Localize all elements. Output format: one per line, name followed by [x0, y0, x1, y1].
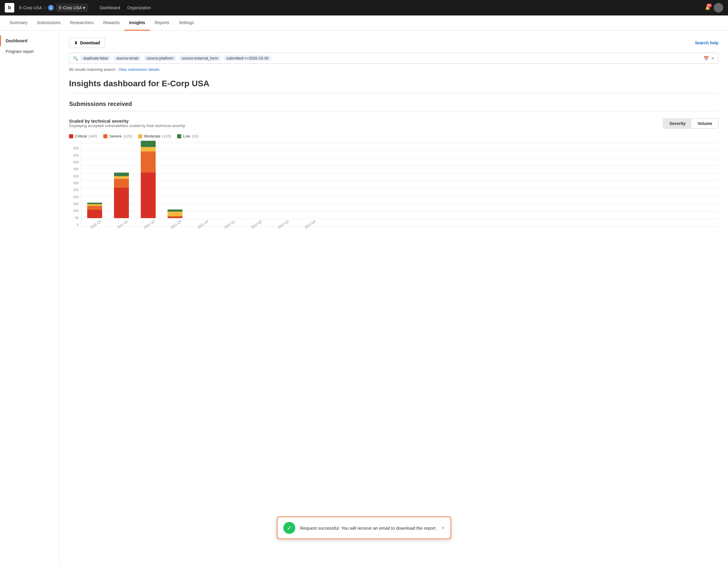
toast-message: Request successful. You will receive an … [300, 526, 437, 531]
subnav: Summary Submissions Researchers Rewards … [0, 15, 728, 31]
search-tag-source-email[interactable]: source:email [113, 55, 141, 61]
notifications-bell[interactable]: 🔔 57 [705, 5, 710, 10]
y-label-100: 100 [69, 206, 79, 212]
legend-low: Low (x5) [177, 134, 199, 138]
submissions-divider [69, 111, 718, 111]
bar-x-label-3: 2021 Q3 [170, 219, 182, 229]
bar-x-label-4: 2021 Q4 [197, 219, 209, 229]
search-bar: 🔍 duplicate:false source:email source:pl… [69, 53, 718, 64]
bar-group-6: 2022 Q2 [248, 218, 263, 226]
y-axis: 0 50 100 150 200 250 300 350 400 450 500… [69, 143, 81, 226]
bar-chart: 0 50 100 150 200 250 300 350 400 450 500… [69, 143, 718, 226]
bar-stack-1 [114, 173, 129, 218]
y-label-550: 550 [69, 143, 79, 150]
app-logo[interactable]: b [5, 3, 14, 12]
bar-critical-0 [87, 210, 102, 218]
topbar: b E-Corp USA / E E-Corp USA ▾ Dashboard … [0, 0, 728, 15]
bar-severe-1 [114, 179, 129, 188]
subnav-item-insights[interactable]: Insights [124, 15, 150, 31]
toast-close-button[interactable]: × [441, 525, 445, 531]
bars-container: 2020 Q42021 Q12021 Q22021 Q32021 Q42022 … [81, 143, 718, 226]
bar-group-7: 2022 Q3 [275, 218, 290, 226]
bar-stack-3 [168, 209, 182, 218]
bar-moderate-1 [114, 176, 129, 179]
page-title: Insights dashboard for E-Corp USA [69, 79, 718, 88]
bar-stack-2 [141, 141, 156, 218]
bar-group-0: 2020 Q4 [87, 203, 102, 226]
y-label-450: 450 [69, 157, 79, 164]
y-label-50: 50 [69, 212, 79, 219]
view-submission-details-link[interactable]: View submission details [118, 67, 160, 72]
bar-x-label-1: 2021 Q1 [116, 219, 129, 229]
legend-critical-multiplier: (x40) [89, 134, 98, 138]
results-line: 86 results matching search · View submis… [69, 67, 718, 72]
page-layout: Dashboard Program report ⬇ Download Sear… [0, 31, 728, 563]
chart-title-area: Scaled by technical severity Displaying … [69, 118, 186, 133]
title-divider [69, 93, 718, 93]
topbar-right: 🔔 57 [705, 3, 723, 12]
legend-severe: Severe (x20) [103, 134, 132, 138]
volume-toggle-btn[interactable]: Volume [691, 119, 718, 128]
download-button[interactable]: ⬇ Download [69, 38, 105, 48]
search-bar-actions: 📅 ✕ [704, 56, 715, 61]
y-label-500: 500 [69, 150, 79, 157]
chart-legend: Critical (x40) Severe (x20) Moderate (x1… [69, 134, 718, 138]
topbar-nav: Dashboard Organization [100, 5, 151, 10]
chart-title: Scaled by technical severity [69, 118, 186, 123]
severity-toggle-btn[interactable]: Severity [663, 119, 691, 128]
bar-low-2 [141, 141, 156, 147]
breadcrumb-separator: / [44, 5, 46, 10]
chart-inner: 0 50 100 150 200 250 300 350 400 450 500… [69, 143, 718, 226]
sidebar: Dashboard Program report [0, 31, 60, 563]
sidebar-item-program-report[interactable]: Program report [0, 46, 59, 57]
bar-stack-0 [87, 203, 102, 218]
subnav-item-reports[interactable]: Reports [150, 15, 174, 31]
legend-critical: Critical (x40) [69, 134, 97, 138]
legend-low-dot [177, 134, 181, 138]
subnav-item-rewards[interactable]: Rewards [99, 15, 124, 31]
org-dropdown[interactable]: E-Corp USA ▾ [56, 4, 88, 12]
download-icon: ⬇ [74, 40, 78, 45]
subnav-item-settings[interactable]: Settings [174, 15, 199, 31]
y-label-200: 200 [69, 192, 79, 198]
toast: ✓ Request successful. You will receive a… [277, 517, 451, 539]
search-icon: 🔍 [73, 56, 78, 61]
subnav-item-researchers[interactable]: Researchers [65, 15, 98, 31]
search-tag-duplicate[interactable]: duplicate:false [80, 55, 111, 61]
org-icon: E [48, 5, 54, 11]
chart-subtitle: Displaying accepted vulnerabilities scal… [69, 123, 186, 128]
y-label-0: 0 [69, 220, 79, 226]
legend-low-label: Low [183, 134, 190, 138]
legend-moderate-label: Moderate [144, 134, 160, 138]
clear-search-icon[interactable]: ✕ [711, 56, 715, 61]
legend-critical-label: Critical [75, 134, 87, 138]
topbar-nav-dashboard[interactable]: Dashboard [100, 5, 120, 10]
legend-severe-label: Severe [109, 134, 121, 138]
bar-moderate-3 [168, 212, 182, 216]
chevron-down-icon: ▾ [83, 5, 85, 10]
bar-group-8: 2022 Q4 [301, 218, 316, 226]
chart-header: Scaled by technical severity Displaying … [69, 118, 718, 133]
search-tag-source-external[interactable]: source:external_form [179, 55, 221, 61]
subnav-item-submissions[interactable]: Submissions [32, 15, 65, 31]
bar-severe-0 [87, 206, 102, 210]
user-avatar[interactable] [714, 3, 723, 12]
bar-x-label-5: 2022 Q1 [224, 219, 236, 229]
search-tag-submitted[interactable]: submitted:>=2020-10-30 [224, 55, 272, 61]
y-label-350: 350 [69, 171, 79, 178]
bar-x-label-8: 2022 Q4 [304, 219, 316, 229]
sidebar-item-dashboard[interactable]: Dashboard [0, 35, 59, 46]
bar-critical-3 [168, 217, 182, 218]
submissions-section-title: Submissions received [69, 101, 718, 107]
topbar-nav-organization[interactable]: Organization [127, 5, 151, 10]
calendar-icon[interactable]: 📅 [704, 56, 709, 61]
subnav-item-summary[interactable]: Summary [5, 15, 32, 31]
bar-x-label-7: 2022 Q3 [277, 219, 289, 229]
bar-group-3: 2021 Q3 [168, 209, 182, 226]
y-label-250: 250 [69, 185, 79, 192]
breadcrumb: E-Corp USA / E E-Corp USA ▾ [19, 4, 88, 12]
search-tag-source-platform[interactable]: source:platform [144, 55, 176, 61]
bar-moderate-2 [141, 147, 156, 151]
legend-severe-multiplier: (x20) [124, 134, 132, 138]
search-help-link[interactable]: Search help [695, 40, 718, 45]
